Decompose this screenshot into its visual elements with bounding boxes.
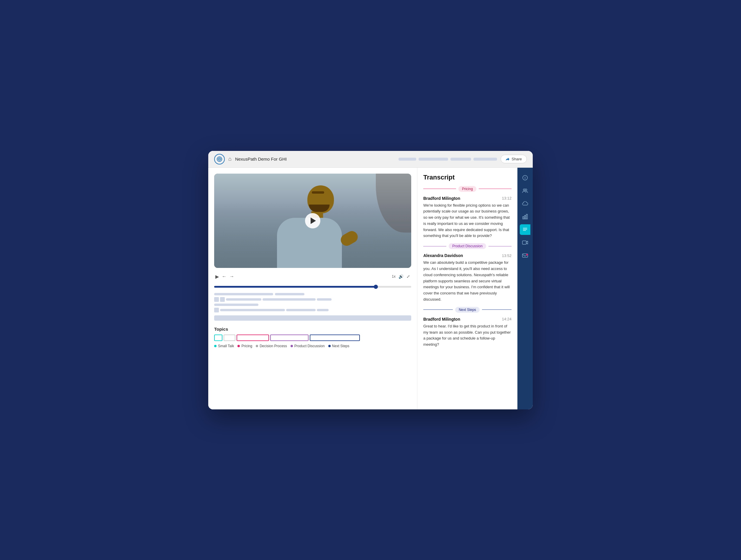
topic-bar-decision	[270, 334, 309, 341]
topic-divider-nextsteps: Next Steps	[423, 307, 512, 313]
transcript-entry-2: Bradford Milington 14:24 Great to hear. …	[423, 317, 512, 348]
nav-tabs	[399, 158, 497, 161]
speed-display[interactable]: 1x	[392, 274, 396, 278]
left-panel: ▶ ← → 1x 🔊 ⤢	[208, 168, 417, 409]
wave-line-7	[220, 309, 285, 311]
svg-rect-13	[522, 241, 526, 244]
legend-product: Product Discussion	[290, 344, 325, 348]
wave-line-8	[286, 309, 316, 311]
topic-bar-next-steps	[310, 334, 360, 341]
side-icon-cloud[interactable]	[520, 198, 530, 209]
transcript-header-2: Bradford Milington 14:24	[423, 317, 512, 322]
svg-point-2	[219, 159, 220, 159]
topic-bars	[214, 334, 411, 341]
play-pause-button[interactable]: ▶	[215, 274, 219, 279]
svg-point-15	[526, 254, 528, 255]
speaker-0: Bradford Milington	[423, 196, 460, 201]
wave-mini-1	[214, 297, 219, 302]
side-icon-chart[interactable]	[520, 211, 530, 222]
timestamp-0: 13:12	[502, 196, 512, 201]
legend-label-next-steps: Next Steps	[332, 344, 349, 348]
transcript-entry-0: Bradford Milington 13:12 We're looking f…	[423, 196, 512, 239]
speaker-2: Bradford Milington	[423, 317, 460, 322]
progress-bar[interactable]	[214, 286, 411, 288]
svg-text:i: i	[525, 176, 526, 179]
share-label: Share	[512, 157, 522, 161]
side-icon-transcript[interactable]	[520, 224, 530, 235]
browser-window: ⌂ NexusPath Demo For GHI Share	[208, 151, 533, 409]
wave-line-3	[226, 298, 261, 301]
wave-line-9	[317, 309, 329, 311]
share-button[interactable]: Share	[500, 155, 527, 163]
topic-legend: Small Talk Pricing Decision Process Prod…	[214, 344, 411, 348]
timestamp-1: 13:52	[502, 253, 512, 258]
nav-tab-4[interactable]	[473, 158, 497, 161]
transcript-header-1: Alexandra Davidson 13:52	[423, 253, 512, 258]
transcript-header-0: Bradford Milington 13:12	[423, 196, 512, 201]
play-button[interactable]	[305, 213, 320, 228]
legend-label-pricing: Pricing	[241, 344, 252, 348]
transcript-text-0: We're looking for flexible pricing optio…	[423, 203, 512, 239]
svg-rect-9	[526, 214, 527, 219]
topics-section: Topics Small Talk Pricing	[214, 327, 411, 348]
side-icon-video[interactable]	[520, 237, 530, 248]
wave-mini-3	[214, 308, 219, 312]
legend-pricing: Pricing	[238, 344, 252, 348]
topic-bar-small-talk	[214, 334, 222, 341]
nav-tab-3[interactable]	[451, 158, 471, 161]
wave-line-5	[317, 298, 332, 301]
transcript-entry-1: Alexandra Davidson 13:52 We can absolute…	[423, 253, 512, 303]
svg-rect-7	[523, 217, 524, 219]
legend-label-product: Product Discussion	[294, 344, 325, 348]
topic-divider-pricing: Pricing	[423, 186, 512, 192]
topic-divider-product: Product Discussion	[423, 243, 512, 249]
volume-icon[interactable]: 🔊	[399, 274, 404, 279]
legend-next-steps: Next Steps	[328, 344, 349, 348]
person-eyebrow-r	[315, 191, 324, 194]
legend-dot-decision	[256, 345, 258, 347]
legend-label-small-talk: Small Talk	[218, 344, 234, 348]
app-logo	[214, 154, 225, 164]
wave-line-6	[214, 304, 258, 306]
topic-chip-pricing: Pricing	[458, 186, 476, 192]
nav-tab-2[interactable]	[419, 158, 448, 161]
next-button[interactable]: →	[229, 274, 234, 279]
topic-chip-product: Product Discussion	[449, 243, 486, 249]
svg-point-5	[523, 189, 525, 191]
side-icons-panel: i	[518, 168, 533, 409]
fullscreen-icon[interactable]: ⤢	[406, 274, 410, 279]
legend-dot-small-talk	[214, 345, 216, 347]
progress-thumb	[374, 285, 378, 289]
transcript-text-1: We can absolutely build a competitive pa…	[423, 260, 512, 303]
transcript-panel: Transcript Pricing Bradford Milington 13…	[417, 168, 518, 409]
progress-fill	[214, 286, 376, 288]
transcript-text-2: Great to hear. I'd like to get this prod…	[423, 323, 512, 348]
wave-line-1	[214, 293, 273, 295]
nav-tab-1[interactable]	[399, 158, 416, 161]
video-controls: ▶ ← → 1x 🔊 ⤢	[214, 271, 411, 282]
side-icon-mail[interactable]	[520, 250, 530, 261]
divider-line-product-right	[488, 246, 512, 246]
side-icon-people[interactable]	[520, 185, 530, 196]
video-player[interactable]	[214, 174, 411, 268]
prev-button[interactable]: ←	[222, 274, 226, 279]
share-icon	[506, 157, 510, 161]
topic-bar-pricing	[237, 334, 269, 341]
timeline-stub	[214, 315, 411, 321]
legend-label-decision: Decision Process	[260, 344, 287, 348]
timestamp-2: 14:24	[502, 317, 512, 321]
legend-dot-pricing	[238, 345, 240, 347]
topics-title: Topics	[214, 327, 411, 332]
browser-bar: ⌂ NexusPath Demo For GHI Share	[208, 151, 533, 168]
svg-rect-8	[525, 216, 526, 219]
active-tab-indicator	[529, 224, 530, 235]
legend-small-talk: Small Talk	[214, 344, 234, 348]
side-icon-info[interactable]: i	[520, 172, 530, 183]
legend-dot-product	[290, 345, 293, 347]
topic-chip-nextsteps: Next Steps	[455, 307, 480, 313]
waveform-area	[214, 292, 411, 322]
topic-bar-blank	[223, 334, 235, 341]
transcript-title: Transcript	[423, 174, 512, 181]
wave-line-2	[275, 293, 305, 295]
home-icon[interactable]: ⌂	[228, 156, 231, 162]
